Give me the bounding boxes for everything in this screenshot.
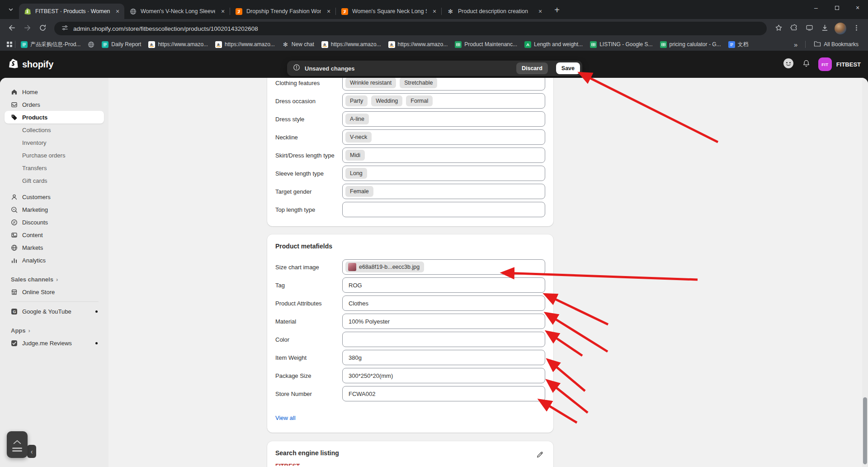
back-button[interactable] [5, 21, 19, 36]
site-settings-icon[interactable] [61, 24, 68, 33]
bookmark-daily-report[interactable]: Daily Report [99, 40, 144, 49]
tab-search-button[interactable] [5, 4, 17, 17]
tag-chip[interactable]: Formal [406, 95, 433, 106]
bookmark-star-button[interactable] [771, 21, 786, 36]
profile-avatar[interactable] [835, 23, 846, 34]
package-size-input[interactable]: 300*250*20(mm) [342, 368, 545, 383]
size-chart-image-input[interactable]: e68a8f19-b...eecc3b.jpg [342, 259, 545, 275]
tab-close-icon[interactable]: × [430, 7, 439, 15]
skirt-dress-length-type-input[interactable]: Midi [342, 148, 545, 163]
sidebar-item-discounts[interactable]: Discounts [5, 216, 104, 229]
edit-seo-button[interactable] [533, 448, 546, 461]
tag-chip[interactable]: Wedding [371, 95, 402, 106]
bookmark-https-www-amazo[interactable]: ahttps://www.amazo... [145, 40, 211, 49]
scroll-to-top-widget[interactable] [7, 431, 28, 458]
store-number-input[interactable]: FCWA002 [342, 386, 545, 401]
apps-grid-icon[interactable] [6, 41, 13, 48]
sidebar-item-gift-cards[interactable]: Gift cards [5, 174, 104, 187]
store-avatar[interactable]: FIT [818, 57, 832, 71]
tag-chip[interactable]: Long [345, 168, 367, 179]
tag-chip[interactable]: Party [345, 95, 368, 106]
browser-tab-product-description-creation[interactable]: ✻Product description creation× [442, 4, 547, 19]
sidebar-item-customers[interactable]: Customers [5, 191, 104, 203]
sidebar-item-judge-me-reviews[interactable]: Judge.me Reviews [5, 337, 104, 349]
bookmark-listing-google-s[interactable]: LISTING - Google S... [587, 40, 656, 49]
sidebar-item-online-store[interactable]: Online Store [5, 286, 104, 298]
sidebar-item-collections[interactable]: Collections [5, 124, 104, 136]
bookmark-pricing-calulator-g[interactable]: pricing calulator - G... [657, 40, 724, 49]
tab-close-icon[interactable]: × [113, 7, 122, 15]
all-bookmarks-button[interactable]: All Bookmarks [811, 40, 862, 49]
item-weight-input[interactable]: 380g [342, 350, 545, 365]
browser-tab-dropship-trendy-fashion-wome[interactable]: Dropship Trendy Fashion Wome× [230, 4, 335, 19]
tag-chip[interactable]: A-line [345, 114, 369, 124]
address-bar[interactable]: admin.shopify.com/store/fitbesscollectio… [54, 22, 767, 35]
sidebar-item-transfers[interactable]: Transfers [5, 162, 104, 174]
browser-tab-women-s-v-neck-long-sleeve-m[interactable]: Women's V-Neck Long Sleeve M× [124, 4, 230, 19]
sleeve-length-type-input[interactable]: Long [342, 166, 545, 181]
tag-chip[interactable]: Female [345, 186, 373, 197]
file-chip[interactable]: e68a8f19-b...eecc3b.jpg [345, 262, 424, 272]
cast-button[interactable] [802, 21, 816, 36]
bookmark-length-and-weight[interactable]: ALength and weight... [521, 40, 586, 49]
product-attributes-input[interactable]: Clothes [342, 295, 545, 311]
tag-chip[interactable]: Midi [345, 150, 365, 161]
view-all-link[interactable]: View all [275, 415, 296, 421]
sidebar-item-markets[interactable]: Markets [5, 241, 104, 254]
notifications-bell-icon[interactable] [802, 59, 811, 70]
downloads-button[interactable] [817, 21, 832, 36]
extensions-button[interactable] [787, 21, 801, 36]
bookmark-https-www-amazo[interactable]: ahttps://www.amazo... [385, 40, 451, 49]
dress-occasion-input[interactable]: PartyWeddingFormal [342, 93, 545, 109]
discard-button[interactable]: Discard [516, 62, 548, 74]
browser-tab-fitbest-products-women-s-v[interactable]: FITBEST · Products · Women's V× [19, 4, 124, 19]
sidebar-item-home[interactable]: Home [5, 86, 104, 98]
target-gender-input[interactable]: Female [342, 184, 545, 199]
bookmark-https-www-amazo[interactable]: ahttps://www.amazo... [212, 40, 278, 49]
window-maximize-button[interactable] [826, 0, 847, 15]
sidebar-section-apps[interactable]: Apps› [5, 324, 104, 337]
store-name[interactable]: FITBEST [836, 61, 861, 68]
material-input[interactable]: 100% Polyester [342, 314, 545, 329]
tab-close-icon[interactable]: × [219, 7, 227, 15]
bookmark-https-www-amazo[interactable]: ahttps://www.amazo... [318, 40, 384, 49]
neckline-input[interactable]: V-neck [342, 129, 545, 145]
tag-chip[interactable]: V-neck [345, 132, 372, 143]
color-input[interactable] [342, 332, 545, 347]
sidebar-section-sales-channels[interactable]: Sales channels› [5, 273, 104, 286]
save-button[interactable]: Save [556, 62, 580, 74]
tag-chip[interactable]: Stretchable [400, 78, 437, 88]
sidebar-item-google-youtube[interactable]: GGoogle & YouTube [5, 305, 104, 318]
shopify-logo[interactable]: shopify [9, 51, 53, 78]
bookmarks-overflow-button[interactable]: » [791, 41, 800, 48]
bookmark-prod[interactable]: 产品采购信息-Prod... [18, 40, 84, 49]
browser-tab-women-s-square-neck-long-sle[interactable]: Women's Square Neck Long Sle× [336, 4, 441, 19]
sidebar-item-products[interactable]: Products [5, 111, 104, 124]
collapse-widget-button[interactable]: ‹ [27, 445, 36, 458]
bookmark-new-chat[interactable]: ✻New chat [279, 40, 317, 49]
window-close-button[interactable]: × [847, 0, 868, 15]
sidebar-item-inventory[interactable]: Inventory [5, 136, 104, 149]
forward-button[interactable] [20, 21, 34, 36]
sidebar-item-content[interactable]: Content [5, 229, 104, 241]
bookmark-favicon[interactable] [85, 40, 98, 49]
tab-close-icon[interactable]: × [325, 7, 333, 15]
clothing-features-input[interactable]: Wrinkle resistantStretchable [342, 78, 545, 91]
scrollbar-thumb[interactable] [863, 397, 867, 464]
tab-close-icon[interactable]: × [536, 7, 544, 15]
sidebar-item-purchase-orders[interactable]: Purchase orders [5, 149, 104, 162]
sidebar-item-marketing[interactable]: Marketing [5, 203, 104, 216]
window-minimize-button[interactable]: – [806, 0, 826, 15]
sidekick-icon[interactable] [783, 57, 794, 71]
sidebar-item-analytics[interactable]: Analytics [5, 254, 104, 267]
new-tab-button[interactable]: + [551, 4, 563, 16]
reload-button[interactable] [35, 21, 50, 36]
dress-style-input[interactable]: A-line [342, 111, 545, 127]
browser-menu-button[interactable] [849, 21, 863, 36]
top-length-type-input[interactable] [342, 202, 545, 217]
sidebar-item-orders[interactable]: Orders [5, 98, 104, 111]
tag-input[interactable]: ROG [342, 277, 545, 293]
bookmark-product-maintenanc[interactable]: Product Maintenanc... [452, 40, 520, 49]
tag-chip[interactable]: Wrinkle resistant [345, 78, 396, 88]
bookmark-item[interactable]: 文档 [725, 40, 752, 49]
